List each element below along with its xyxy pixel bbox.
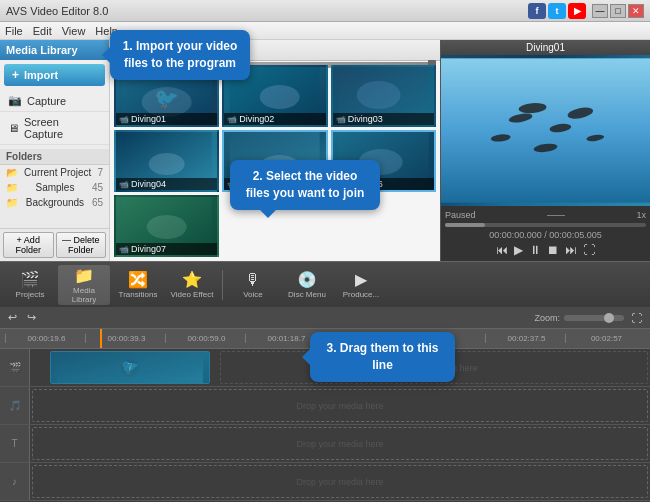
youtube-button[interactable]: ▶: [568, 3, 586, 19]
add-folder-button[interactable]: + Add Folder: [3, 232, 54, 258]
media-name: Diving02: [239, 114, 274, 124]
twitter-button[interactable]: t: [548, 3, 566, 19]
folder-count: 45: [92, 182, 103, 193]
media-label: 📹 Diving03: [333, 113, 434, 125]
play-button[interactable]: ▶: [514, 243, 523, 257]
svg-rect-15: [441, 58, 650, 202]
timeline-toolbar: ↩ ↪ Zoom: ⛶: [0, 307, 650, 329]
audio-track-content[interactable]: Drop your media here: [30, 387, 650, 424]
minimize-button[interactable]: —: [592, 4, 608, 18]
music-drop-zone[interactable]: Drop your media here: [32, 465, 648, 498]
text-drop-zone[interactable]: Drop your media here: [32, 427, 648, 460]
media-item-diving04[interactable]: 📹 Diving04: [114, 130, 219, 192]
media-item-diving03[interactable]: 📹 Diving03: [331, 65, 436, 127]
toolbar-produce[interactable]: ▶ Produce...: [335, 265, 387, 305]
folder-icon: 📁: [6, 197, 18, 208]
svg-text:🐦: 🐦: [154, 86, 179, 110]
content-wrapper: Media Library + Import 📷 Capture 🖥 Scree…: [0, 40, 650, 502]
playhead[interactable]: [100, 329, 102, 348]
video-effect-icon: ⭐: [182, 270, 202, 289]
video-track-header: 🎬: [0, 349, 30, 386]
zoom-handle[interactable]: [604, 313, 614, 323]
toolbar-media-library[interactable]: 📁 Media Library: [58, 265, 110, 305]
text-track-content[interactable]: Drop your media here: [30, 425, 650, 462]
audio-track-header: 🎵: [0, 387, 30, 424]
video-icon: 📹: [119, 245, 129, 254]
preview-time: 00:00:00.000 / 00:00:05.005: [445, 230, 646, 240]
preview-playback-buttons: ⏮ ▶ ⏸ ⏹ ⏭ ⛶: [445, 243, 646, 257]
facebook-button[interactable]: f: [528, 3, 546, 19]
app-window: AVS Video Editor 8.0 f t ▶ — □ ✕ File Ed…: [0, 0, 650, 502]
folder-current-project[interactable]: 📂 Current Project 7: [0, 165, 109, 180]
folder-name: Backgrounds: [26, 197, 84, 208]
voice-icon: 🎙: [245, 271, 261, 289]
toolbar-transitions[interactable]: 🔀 Transitions: [112, 265, 164, 305]
menu-view[interactable]: View: [62, 25, 86, 37]
folder-backgrounds[interactable]: 📁 Backgrounds 65: [0, 195, 109, 210]
skip-to-start-button[interactable]: ⏮: [496, 243, 508, 257]
svg-point-8: [149, 153, 185, 175]
transitions-label: Transitions: [119, 290, 158, 299]
disc-menu-label: Disc Menu: [288, 290, 326, 299]
capture-button[interactable]: 📷 Capture: [0, 90, 109, 112]
video-clip[interactable]: 🐦 7: [50, 351, 210, 384]
svg-point-6: [356, 81, 400, 109]
menu-edit[interactable]: Edit: [33, 25, 52, 37]
toolbar-voice[interactable]: 🎙 Voice: [227, 265, 279, 305]
music-track-content[interactable]: Drop your media here: [30, 463, 650, 500]
import-icon: +: [12, 68, 19, 82]
text-track-icon: T: [11, 438, 17, 449]
disc-menu-icon: 💿: [297, 270, 317, 289]
title-bar: AVS Video Editor 8.0 f t ▶ — □ ✕: [0, 0, 650, 22]
zoom-bar[interactable]: [564, 315, 624, 321]
media-label: 📹 Diving02: [224, 113, 325, 125]
folder-count: 7: [97, 167, 103, 178]
toolbar-separator: [222, 270, 223, 300]
app-title: AVS Video Editor 8.0: [6, 5, 108, 17]
import-button[interactable]: + Import: [4, 64, 105, 86]
ruler-mark-7: 00:02:37.5: [485, 334, 565, 343]
produce-label: Produce...: [343, 290, 379, 299]
toolbar-video-effect[interactable]: ⭐ Video Effect: [166, 265, 218, 305]
preview-seekbar[interactable]: [445, 223, 646, 227]
music-track-icon: ♪: [12, 476, 17, 487]
delete-folder-button[interactable]: — Delete Folder: [56, 232, 107, 258]
projects-label: Projects: [16, 290, 45, 299]
media-name: Diving04: [131, 179, 166, 189]
maximize-button[interactable]: □: [610, 4, 626, 18]
ruler-mark-3: 00:00:59.0: [165, 334, 245, 343]
preview-video: [441, 55, 650, 206]
redo-button[interactable]: ↪: [24, 310, 39, 325]
media-library-icon: 📁: [74, 266, 94, 285]
preview-title: Diving01: [441, 40, 650, 55]
video-icon: 📹: [119, 180, 129, 189]
pause-button[interactable]: ⏸: [529, 243, 541, 257]
svg-point-14: [147, 215, 187, 239]
close-button[interactable]: ✕: [628, 4, 644, 18]
media-label: 📹 Diving01: [116, 113, 217, 125]
stop-button[interactable]: ⏹: [547, 243, 559, 257]
seekbar-fill: [445, 223, 485, 227]
fit-timeline-button[interactable]: ⛶: [628, 311, 645, 325]
toolbar-projects[interactable]: 🎬 Projects: [4, 265, 56, 305]
playback-status: Paused: [445, 210, 476, 220]
text-track: T Drop your media here: [0, 425, 650, 463]
audio-drop-zone[interactable]: Drop your media here: [32, 389, 648, 422]
folder-samples[interactable]: 📁 Samples 45: [0, 180, 109, 195]
media-item-diving07[interactable]: 📹 Diving07: [114, 195, 219, 257]
undo-button[interactable]: ↩: [5, 310, 20, 325]
media-label: 📹 Diving04: [116, 178, 217, 190]
toolbar-disc-menu[interactable]: 💿 Disc Menu: [281, 265, 333, 305]
music-track-header: ♪: [0, 463, 30, 500]
callout-drag: 3. Drag them to this line: [310, 332, 455, 382]
skip-to-end-button[interactable]: ⏭: [565, 243, 577, 257]
audio-track-icon: 🎵: [9, 400, 21, 411]
folder-icon: 📂: [6, 167, 18, 178]
menu-file[interactable]: File: [5, 25, 23, 37]
video-effect-label: Video Effect: [171, 290, 214, 299]
video-icon: 📹: [227, 115, 237, 124]
folders-section: Folders 📂 Current Project 7 📁 Samples 45…: [0, 149, 109, 210]
screen-capture-button[interactable]: 🖥 Screen Capture: [0, 112, 109, 145]
fullscreen-button[interactable]: ⛶: [583, 243, 595, 257]
bottom-toolbar: 🎬 Projects 📁 Media Library 🔀 Transitions…: [0, 261, 650, 307]
